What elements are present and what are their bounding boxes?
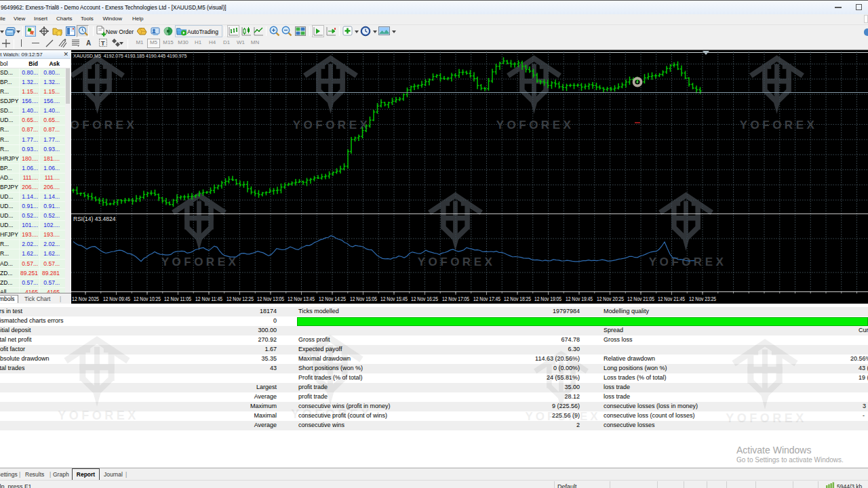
svg-text:12 Nov 20:25: 12 Nov 20:25 [597,296,624,302]
svg-text:12 Nov 17:45: 12 Nov 17:45 [473,296,500,302]
svg-text:YOFOREX: YOFOREX [496,119,574,131]
svg-text:12 Nov 21:05: 12 Nov 21:05 [627,296,654,302]
svg-text:12 Nov 23:25: 12 Nov 23:25 [689,296,716,302]
svg-text:YOFOREX: YOFOREX [418,256,496,268]
svg-text:12 Nov 21:45: 12 Nov 21:45 [658,296,685,302]
svg-text:12 Nov 17:05: 12 Nov 17:05 [442,296,469,302]
svg-text:12 Nov 13:05: 12 Nov 13:05 [257,296,284,302]
svg-text:YOFOREX: YOFOREX [649,256,727,268]
svg-text:T: T [101,40,105,47]
svg-text:12 Nov 15:45: 12 Nov 15:45 [380,296,408,302]
svg-text:YOFOREX: YOFOREX [293,119,371,131]
svg-text:12 Nov 19:05: 12 Nov 19:05 [534,296,561,302]
svg-text:12 Nov 15:05: 12 Nov 15:05 [350,296,377,302]
svg-text:12 Nov 11:05: 12 Nov 11:05 [164,296,191,302]
svg-text:YOFOREX: YOFOREX [71,119,137,131]
svg-text:12 Nov 13:45: 12 Nov 13:45 [288,296,315,302]
svg-text:12 Nov 10:25: 12 Nov 10:25 [134,296,161,302]
svg-text:YOFOREX: YOFOREX [740,119,818,131]
svg-text:12 Nov 18:25: 12 Nov 18:25 [504,296,531,302]
svg-text:12 Nov 19:45: 12 Nov 19:45 [566,296,593,302]
svg-text:12 Nov 2025: 12 Nov 2025 [72,296,99,302]
svg-text:12 Nov 16:25: 12 Nov 16:25 [411,296,438,302]
svg-text:12 Nov 11:45: 12 Nov 11:45 [195,296,222,302]
svg-text:12 Nov 14:25: 12 Nov 14:25 [319,296,346,302]
svg-text:12 Nov 09:45: 12 Nov 09:45 [103,296,130,302]
svg-text:12 Nov 12:25: 12 Nov 12:25 [226,296,254,302]
svg-text:YOFOREX: YOFOREX [161,256,239,268]
